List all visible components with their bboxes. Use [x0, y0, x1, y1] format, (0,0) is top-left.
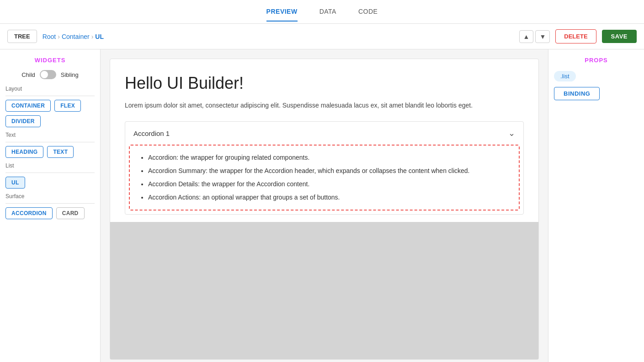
accordion-button[interactable]: ACCORDION: [5, 207, 53, 219]
accordion-title: Accordion 1: [133, 130, 170, 137]
top-nav: PREVIEW DATA CODE: [0, 0, 644, 24]
accordion-content: Accordion: the wrapper for grouping rela…: [129, 145, 520, 211]
container-button[interactable]: CONTAINER: [5, 100, 51, 112]
left-sidebar: WIDGETS Child Sibling Layout CONTAINER F…: [0, 49, 101, 362]
accordion: Accordion 1 ⌄ Accordion: the wrapper for…: [125, 121, 524, 215]
tab-data[interactable]: DATA: [319, 8, 336, 22]
list-item: Accordion Details: the wrapper for the A…: [148, 179, 510, 189]
binding-button[interactable]: BINDING: [554, 87, 600, 100]
surface-section-label: Surface: [5, 193, 95, 200]
breadcrumb-root[interactable]: Root: [43, 33, 56, 40]
list-item: Accordion: the wrapper for grouping rela…: [148, 153, 510, 162]
text-button[interactable]: TEXT: [47, 146, 74, 158]
toolbar: TREE Root › Container › UL ▲ ▼ DELETE SA…: [0, 24, 644, 49]
main-layout: WIDGETS Child Sibling Layout CONTAINER F…: [0, 49, 644, 362]
list-buttons: UL: [5, 177, 95, 189]
tree-button[interactable]: TREE: [7, 30, 37, 43]
layout-buttons: CONTAINER FLEX DIVIDER: [5, 100, 95, 127]
accordion-header[interactable]: Accordion 1 ⌄: [125, 122, 523, 145]
breadcrumb-sep-1: ›: [58, 33, 60, 40]
accordion-list: Accordion: the wrapper for grouping rela…: [139, 153, 510, 202]
tab-code[interactable]: CODE: [358, 8, 378, 22]
breadcrumb: Root › Container › UL: [43, 33, 104, 40]
toggle-row: Child Sibling: [5, 70, 95, 79]
list-tag[interactable]: .list: [554, 71, 576, 81]
text-section-label: Text: [5, 132, 95, 138]
toggle-sibling-label: Sibling: [61, 71, 79, 78]
layout-divider: [5, 96, 95, 96]
gray-area: [110, 222, 538, 359]
tab-preview[interactable]: PREVIEW: [266, 8, 298, 22]
text-buttons: HEADING TEXT: [5, 146, 95, 158]
surface-buttons: ACCORDION CARD: [5, 207, 95, 219]
accordion-chevron-icon: ⌄: [508, 128, 515, 138]
layout-section-label: Layout: [5, 86, 95, 92]
toggle-child-label: Child: [21, 71, 35, 78]
breadcrumb-ul[interactable]: UL: [95, 33, 104, 40]
card-button[interactable]: CARD: [56, 207, 85, 219]
breadcrumb-sep-2: ›: [91, 33, 94, 40]
props-title: PROPS: [554, 57, 639, 64]
flex-button[interactable]: FLEX: [54, 100, 81, 112]
list-section-label: List: [5, 162, 95, 169]
center-content: Hello UI Builder! Lorem ipsum dolor sit …: [101, 49, 548, 362]
delete-button[interactable]: DELETE: [555, 29, 596, 43]
nav-up-button[interactable]: ▲: [519, 30, 534, 43]
child-sibling-toggle[interactable]: [40, 70, 56, 79]
preview-heading: Hello UI Builder!: [125, 74, 524, 93]
heading-button[interactable]: HEADING: [5, 146, 43, 158]
ul-button[interactable]: UL: [5, 177, 25, 189]
list-divider: [5, 173, 95, 173]
preview-body-text: Lorem ipsum dolor sit amet, consectetur …: [125, 100, 524, 110]
surface-divider: [5, 203, 95, 204]
list-item: Accordion Summary: the wrapper for the A…: [148, 166, 510, 176]
breadcrumb-container[interactable]: Container: [62, 33, 90, 40]
widgets-title: WIDGETS: [5, 57, 95, 64]
nav-down-button[interactable]: ▼: [535, 30, 550, 43]
right-sidebar: PROPS .list BINDING: [548, 49, 644, 362]
text-divider: [5, 142, 95, 142]
toolbar-nav: ▲ ▼: [519, 30, 550, 43]
save-button[interactable]: SAVE: [602, 30, 637, 43]
preview-card: Hello UI Builder! Lorem ipsum dolor sit …: [110, 59, 539, 360]
divider-button[interactable]: DIVIDER: [5, 115, 41, 127]
list-item: Accordion Actions: an optional wrapper t…: [148, 193, 510, 202]
